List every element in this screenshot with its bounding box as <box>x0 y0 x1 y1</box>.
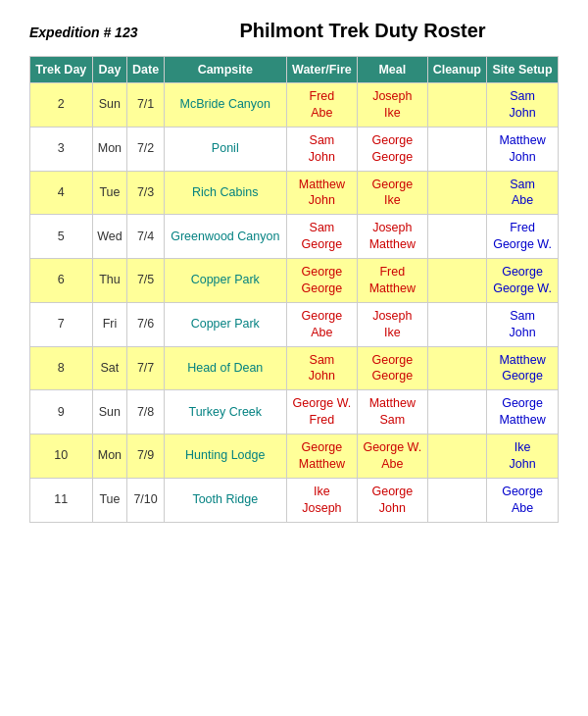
table-row: 9Sun7/8Turkey CreekGeorge W.FredMatthewS… <box>30 390 559 435</box>
table-cell: FredGeorge W. <box>487 215 559 259</box>
table-cell: SamGeorge <box>286 215 357 259</box>
table-cell: GeorgeGeorge W. <box>487 259 559 303</box>
table-cell: McBride Canyon <box>164 83 286 128</box>
table-cell-cleanup <box>427 478 487 522</box>
table-cell: 7/4 <box>127 215 165 259</box>
table-cell: Rich Cabins <box>164 171 286 215</box>
table-cell: IkeJohn <box>487 435 559 479</box>
col-campsite: Campsite <box>164 57 286 83</box>
table-cell: Hunting Lodge <box>164 435 286 479</box>
col-day: Day <box>92 57 127 83</box>
table-cell: Wed <box>92 215 127 259</box>
table-cell: 4 <box>30 171 93 215</box>
table-cell: SamJohn <box>286 346 357 390</box>
table-cell: 7/1 <box>127 83 165 128</box>
table-cell-cleanup <box>427 346 487 390</box>
table-row: 6Thu7/5Copper ParkGeorgeGeorgeFredMatthe… <box>30 259 559 303</box>
table-cell: 8 <box>30 346 93 390</box>
table-cell: Tue <box>92 171 127 215</box>
table-row: 3Mon7/2PonilSamJohnGeorgeGeorgeMatthewJo… <box>30 127 559 171</box>
table-cell: FredMatthew <box>358 259 427 303</box>
table-cell: 7/3 <box>127 171 165 215</box>
table-row: 8Sat7/7Head of DeanSamJohnGeorgeGeorgeMa… <box>30 346 559 390</box>
table-row: 10Mon7/9Hunting LodgeGeorgeMatthewGeorge… <box>30 435 559 479</box>
table-cell: IkeJoseph <box>286 478 357 522</box>
table-cell: Fri <box>92 302 127 346</box>
table-cell: 7/2 <box>127 127 165 171</box>
table-cell: GeorgeMatthew <box>487 390 559 435</box>
expedition-label: Expedition # 123 <box>29 25 167 40</box>
table-cell: GeorgeAbe <box>286 302 357 346</box>
table-cell-cleanup <box>427 127 487 171</box>
table-cell: Sun <box>92 83 127 128</box>
table-cell-cleanup <box>427 435 487 479</box>
table-cell: 7/8 <box>127 390 165 435</box>
table-cell: 7/6 <box>127 302 165 346</box>
table-cell: SamJohn <box>487 83 559 128</box>
table-cell-cleanup <box>427 259 487 303</box>
table-cell: Thu <box>92 259 127 303</box>
table-cell: MatthewGeorge <box>487 346 559 390</box>
table-row: 11Tue7/10Tooth RidgeIkeJosephGeorgeJohnG… <box>30 478 559 522</box>
table-cell: 5 <box>30 215 93 259</box>
table-cell: GeorgeGeorge <box>286 259 357 303</box>
table-cell: 7 <box>30 302 93 346</box>
table-cell: Sun <box>92 390 127 435</box>
table-cell: SamJohn <box>286 127 357 171</box>
col-date: Date <box>127 57 165 83</box>
table-cell: Turkey Creek <box>164 390 286 435</box>
table-cell: SamJohn <box>487 302 559 346</box>
table-cell-cleanup <box>427 83 487 128</box>
table-cell-cleanup <box>427 171 487 215</box>
table-cell: 11 <box>30 478 93 522</box>
table-cell: MatthewSam <box>358 390 427 435</box>
header: Expedition # 123 Philmont Trek Duty Rost… <box>29 20 559 42</box>
table-cell: FredAbe <box>286 83 357 128</box>
table-cell: Mon <box>92 127 127 171</box>
table-cell: 3 <box>30 127 93 171</box>
table-cell: Mon <box>92 435 127 479</box>
table-cell: JosephIke <box>358 83 427 128</box>
table-cell: GeorgeGeorge <box>358 346 427 390</box>
table-cell: George W.Abe <box>358 435 427 479</box>
table-cell: JosephIke <box>358 302 427 346</box>
table-cell-cleanup <box>427 302 487 346</box>
table-cell: 2 <box>30 83 93 128</box>
table-cell: Copper Park <box>164 302 286 346</box>
table-cell: 9 <box>30 390 93 435</box>
table-cell: MatthewJohn <box>487 127 559 171</box>
table-cell: Tue <box>92 478 127 522</box>
col-water-fire: Water/Fire <box>286 57 357 83</box>
table-row: 4Tue7/3Rich CabinsMatthewJohnGeorgeIkeSa… <box>30 171 559 215</box>
col-setup: Site Setup <box>487 57 559 83</box>
col-cleanup: Cleanup <box>427 57 487 83</box>
table-cell-cleanup <box>427 215 487 259</box>
page-title: Philmont Trek Duty Roster <box>167 20 559 42</box>
table-cell: 7/7 <box>127 346 165 390</box>
table-cell: SamAbe <box>487 171 559 215</box>
table-cell: 10 <box>30 435 93 479</box>
table-cell: Copper Park <box>164 259 286 303</box>
table-cell: MatthewJohn <box>286 171 357 215</box>
table-cell-cleanup <box>427 390 487 435</box>
table-cell: 6 <box>30 259 93 303</box>
table-cell: 7/9 <box>127 435 165 479</box>
table-row: 2Sun7/1McBride CanyonFredAbeJosephIkeSam… <box>30 83 559 128</box>
table-cell: GeorgeJohn <box>358 478 427 522</box>
col-meal: Meal <box>358 57 427 83</box>
table-row: 5Wed7/4Greenwood CanyonSamGeorgeJosephMa… <box>30 215 559 259</box>
table-cell: JosephMatthew <box>358 215 427 259</box>
table-header-row: Trek Day Day Date Campsite Water/Fire Me… <box>30 57 559 83</box>
table-cell: Ponil <box>164 127 286 171</box>
table-cell: GeorgeMatthew <box>286 435 357 479</box>
duty-roster-table: Trek Day Day Date Campsite Water/Fire Me… <box>29 56 559 523</box>
table-cell: George W.Fred <box>286 390 357 435</box>
table-cell: Sat <box>92 346 127 390</box>
table-cell: GeorgeAbe <box>487 478 559 522</box>
table-cell: GeorgeIke <box>358 171 427 215</box>
col-trek-day: Trek Day <box>30 57 93 83</box>
table-cell: 7/10 <box>127 478 165 522</box>
table-cell: 7/5 <box>127 259 165 303</box>
table-cell: GeorgeGeorge <box>358 127 427 171</box>
table-cell: Head of Dean <box>164 346 286 390</box>
